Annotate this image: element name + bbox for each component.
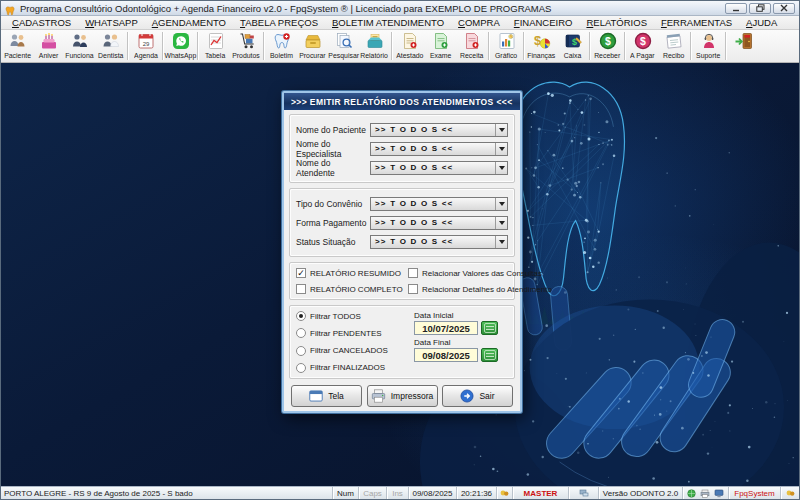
toolbar-recibo[interactable]: Recibo	[658, 30, 689, 62]
minimize-button[interactable]	[725, 3, 747, 14]
menu-tabela-precos[interactable]: TABELA PREÇOS	[233, 17, 325, 28]
toolbar-whatsapp[interactable]: WhatsApp	[165, 30, 196, 62]
dialog-buttons: Tela Impressora Sair	[289, 384, 515, 408]
calendar-small-icon	[484, 350, 496, 360]
checkbox-relacionar-valores[interactable]: Relacionar Valores das Consultas	[408, 268, 552, 278]
restore-button[interactable]	[749, 3, 771, 14]
window-controls	[725, 3, 795, 14]
status-bar: PORTO ALEGRE - RS 9 de Agosto de 2025 - …	[1, 486, 799, 499]
close-button[interactable]	[773, 3, 795, 14]
radio-icon	[296, 346, 306, 356]
combo-nome-do-especialista[interactable]: >> T O D O S <<	[370, 142, 508, 156]
radio-icon	[296, 363, 306, 373]
toolbar-separator	[197, 32, 199, 60]
screen-icon	[309, 390, 323, 402]
checkbox-relacionar-detalhes[interactable]: Relacionar Detalhes do Atendimento	[408, 284, 552, 294]
svg-text:29: 29	[142, 41, 149, 47]
menu-whatsapp[interactable]: WHATSAPP	[78, 17, 145, 28]
combo-nome-do-atendente[interactable]: >> T O D O S <<	[370, 161, 508, 175]
report-dialog: >>> EMITIR RELATÓRIO DOS ATENDIMENTOS <<…	[282, 91, 522, 413]
toolbar-aniver[interactable]: Aniver	[33, 30, 64, 62]
date-label: Data Final	[414, 338, 508, 347]
status-version: Versão ODONTO 2.0	[599, 487, 683, 499]
birthday-cake-icon	[39, 31, 59, 51]
toolbar-separator	[523, 32, 525, 60]
menu-relatorios[interactable]: RELATÓRIOS	[579, 17, 654, 28]
toolbar-receber[interactable]: $ Receber	[592, 30, 623, 62]
chevron-down-icon	[495, 198, 507, 210]
dentists-icon	[101, 31, 121, 51]
toolbar-boletim[interactable]: Boletim	[266, 30, 297, 62]
menu-financeiro[interactable]: FINANCEIRO	[507, 17, 580, 28]
chart-icon	[497, 31, 517, 51]
combo-nome-do-paciente[interactable]: >> T O D O S <<	[370, 123, 508, 137]
calendar-icon: 29	[136, 31, 156, 51]
combo-tipo-do-convenio[interactable]: >> T O D O S <<	[370, 197, 508, 211]
toolbar-suporte[interactable]: Suporte	[693, 30, 724, 62]
toolbar-agenda[interactable]: 29 Agenda	[130, 30, 161, 62]
receivable-icon: $	[598, 31, 618, 51]
toolbar-tabela[interactable]: Tabela	[200, 30, 231, 62]
chevron-down-icon	[495, 162, 507, 174]
menu-ajuda[interactable]: AJUDA	[739, 17, 784, 28]
toolbar-relatorio[interactable]: Relatório	[359, 30, 390, 62]
price-table-icon	[206, 31, 226, 51]
status-time: 20:21:36	[457, 487, 497, 499]
toolbar-produtos[interactable]: Produtos	[231, 30, 262, 62]
search-docs-icon	[334, 31, 354, 51]
toolbar-funciona[interactable]: Funciona	[64, 30, 95, 62]
toolbar-grafico[interactable]: Gráfico	[491, 30, 522, 62]
toolbar-separator	[690, 32, 692, 60]
certificate-icon	[400, 31, 420, 51]
data-final-field[interactable]: 09/08/2025	[414, 348, 478, 362]
field-label: Nome do Paciente	[296, 125, 370, 135]
menu-compra[interactable]: COMPRA	[451, 17, 507, 28]
svg-text:$: $	[640, 35, 646, 47]
tela-button[interactable]: Tela	[291, 385, 362, 407]
menu-cadastros[interactable]: CADASTROS	[5, 17, 78, 28]
radio-filtrar-cancelados[interactable]: Filtrar CANCELADOS	[296, 346, 414, 356]
combo-forma-pagamento[interactable]: >> T O D O S <<	[370, 216, 508, 230]
chevron-down-icon	[495, 236, 507, 248]
status-date: 09/08/2025	[409, 487, 457, 499]
impressora-button[interactable]: Impressora	[367, 385, 438, 407]
chevron-down-icon	[495, 124, 507, 136]
menu-boletim-atendimento[interactable]: BOLETIM ATENDIMENTO	[325, 17, 451, 28]
toolbar-separator	[263, 32, 265, 60]
calendar-picker-button[interactable]	[481, 348, 498, 362]
whatsapp-icon	[171, 31, 191, 51]
radio-filtrar-todos[interactable]: Filtrar TODOS	[296, 311, 414, 321]
toolbar-paciente[interactable]: Paciente	[2, 30, 33, 62]
toolbar-procurar[interactable]: Procurar	[297, 30, 328, 62]
support-icon	[699, 31, 719, 51]
combo-status-situacao[interactable]: >> T O D O S <<	[370, 235, 508, 249]
calendar-picker-button[interactable]	[481, 321, 498, 335]
toolbar-pesquisar[interactable]: Pesquisar	[328, 30, 359, 62]
dialog-titlebar[interactable]: >>> EMITIR RELATÓRIO DOS ATENDIMENTOS <<…	[284, 93, 520, 110]
checkbox-relatorio-completo[interactable]: RELATÓRIO COMPLETO	[296, 284, 408, 294]
printer-small-icon	[700, 489, 710, 498]
toolbar-exit[interactable]	[728, 30, 759, 62]
data-inicial-field[interactable]: 10/07/2025	[414, 321, 478, 335]
menu-ferramentas[interactable]: FERRAMENTAS	[654, 17, 739, 28]
toolbar-dentista[interactable]: Dentista	[95, 30, 126, 62]
toolbar-caixa[interactable]: $ Caixa	[557, 30, 588, 62]
status-num: Num	[333, 487, 359, 499]
toolbar-atestado[interactable]: Atestado	[394, 30, 425, 62]
radio-filtrar-finalizados[interactable]: Filtrar FINALIZADOS	[296, 363, 414, 373]
status-brand: FpqSystem	[729, 487, 781, 499]
sair-button[interactable]: Sair	[442, 385, 513, 407]
radio-icon	[296, 328, 306, 338]
toolbar-financas[interactable]: $ Finanças	[526, 30, 557, 62]
toolbar-receita[interactable]: Receita	[456, 30, 487, 62]
status-fpq	[781, 487, 799, 499]
status-session	[497, 487, 513, 499]
menu-agendamento[interactable]: AGENDAMENTO	[145, 17, 233, 28]
status-network	[569, 487, 599, 499]
checkbox-relatorio-resumido[interactable]: ✓ RELATÓRIO RESUMIDO	[296, 268, 408, 278]
toolbar-exame[interactable]: Exame	[425, 30, 456, 62]
toolbar-a-pagar[interactable]: $ A Pagar	[627, 30, 658, 62]
status-caps: Caps	[359, 487, 387, 499]
globe-icon	[687, 489, 696, 498]
radio-filtrar-pendentes[interactable]: Filtrar PENDENTES	[296, 328, 414, 338]
